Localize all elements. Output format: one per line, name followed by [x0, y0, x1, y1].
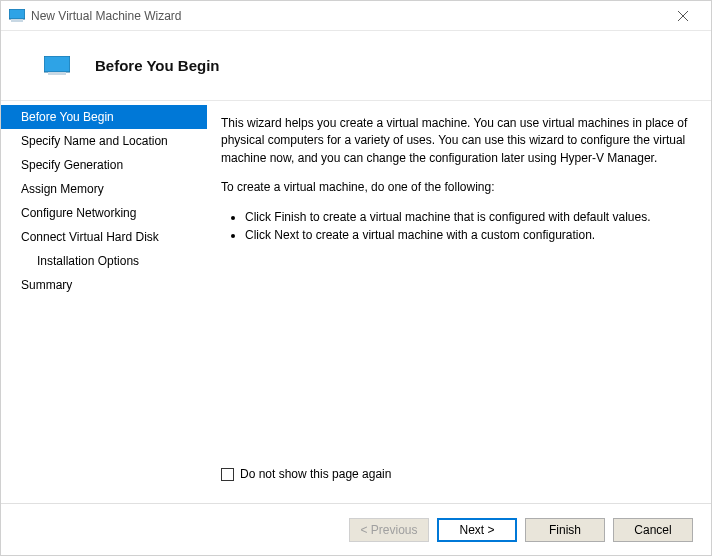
- content-text: This wizard helps you create a virtual m…: [221, 115, 691, 245]
- step-before-you-begin[interactable]: Before You Begin: [1, 105, 207, 129]
- steps-sidebar: Before You Begin Specify Name and Locati…: [1, 101, 207, 503]
- prompt-text: To create a virtual machine, do one of t…: [221, 179, 691, 196]
- close-button[interactable]: [663, 2, 703, 30]
- do-not-show-row: Do not show this page again: [221, 467, 691, 493]
- step-assign-memory[interactable]: Assign Memory: [1, 177, 207, 201]
- svg-rect-4: [44, 56, 70, 72]
- page-title: Before You Begin: [95, 57, 219, 74]
- bullet-finish: Click Finish to create a virtual machine…: [245, 209, 691, 226]
- step-configure-networking[interactable]: Configure Networking: [1, 201, 207, 225]
- previous-button: < Previous: [349, 518, 429, 542]
- wizard-window: New Virtual Machine Wizard Before You Be…: [0, 0, 712, 556]
- content-panel: This wizard helps you create a virtual m…: [207, 101, 711, 503]
- step-installation-options[interactable]: Installation Options: [1, 249, 207, 273]
- window-title: New Virtual Machine Wizard: [31, 9, 663, 23]
- step-connect-virtual-hard-disk[interactable]: Connect Virtual Hard Disk: [1, 225, 207, 249]
- do-not-show-label: Do not show this page again: [240, 467, 391, 481]
- next-button[interactable]: Next >: [437, 518, 517, 542]
- titlebar: New Virtual Machine Wizard: [1, 1, 711, 31]
- step-specify-generation[interactable]: Specify Generation: [1, 153, 207, 177]
- svg-rect-5: [48, 72, 66, 75]
- header-bar: Before You Begin: [1, 31, 711, 101]
- wizard-body: Before You Begin Specify Name and Locati…: [1, 101, 711, 503]
- svg-rect-1: [11, 19, 23, 22]
- monitor-icon: [41, 54, 73, 78]
- bullet-list: Click Finish to create a virtual machine…: [221, 209, 691, 245]
- do-not-show-checkbox[interactable]: [221, 468, 234, 481]
- intro-paragraph: This wizard helps you create a virtual m…: [221, 115, 691, 167]
- footer: < Previous Next > Finish Cancel: [1, 503, 711, 555]
- svg-rect-0: [9, 9, 25, 19]
- bullet-next: Click Next to create a virtual machine w…: [245, 227, 691, 244]
- app-icon: [9, 8, 25, 24]
- step-specify-name-location[interactable]: Specify Name and Location: [1, 129, 207, 153]
- step-summary[interactable]: Summary: [1, 273, 207, 297]
- cancel-button[interactable]: Cancel: [613, 518, 693, 542]
- finish-button[interactable]: Finish: [525, 518, 605, 542]
